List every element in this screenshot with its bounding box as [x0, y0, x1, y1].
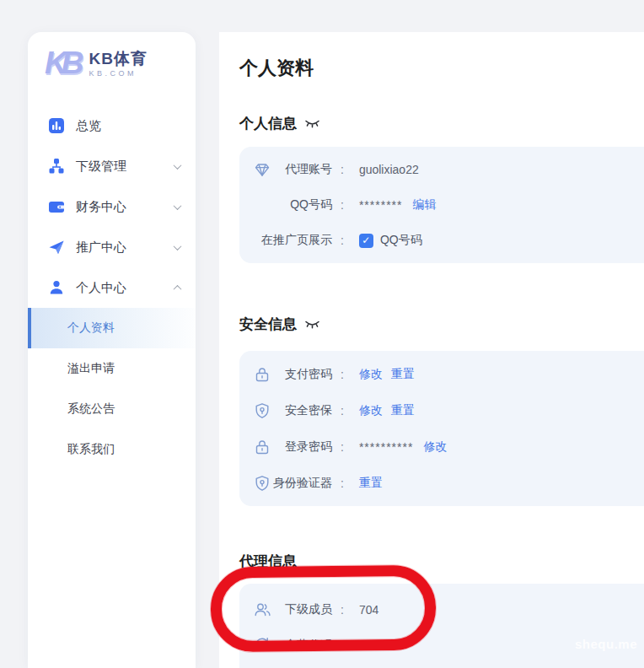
- page-title: 个人资料: [239, 56, 644, 81]
- row-security-question: 安全密保 : 修改 重置: [239, 392, 644, 428]
- sidebar-subitem-system-announcement[interactable]: 系统公告: [28, 389, 196, 429]
- row-authenticator: 身份验证器 : 重置: [239, 465, 644, 501]
- row-label: 在推广页展示: [253, 233, 332, 248]
- brand-subtitle: KB.COM: [89, 69, 147, 78]
- row-label: 支付密码: [253, 367, 332, 382]
- sidebar-item-finance[interactable]: 财务中心: [28, 186, 196, 227]
- sidebar-item-subordinates[interactable]: 下级管理: [28, 146, 196, 186]
- section-heading-agent-info: 代理信息: [239, 552, 644, 572]
- section-heading-personal-info: 个人信息: [239, 112, 644, 135]
- brand-title: KB体育: [89, 50, 147, 67]
- bar-chart-icon: [48, 117, 65, 134]
- security-info-card: 支付密码 : 修改 重置 安全密保 : 修改 重置 登录密码 : *******…: [239, 351, 644, 506]
- sidebar-item-personal-center[interactable]: 个人中心: [28, 267, 196, 308]
- login-password-masked: **********: [359, 440, 413, 454]
- sidebar-subitem-label: 个人资料: [67, 321, 115, 336]
- checkbox-label: QQ号码: [380, 233, 422, 248]
- sidebar-subitem-label: 溢出申请: [67, 361, 115, 376]
- eye-closed-icon[interactable]: [304, 115, 320, 135]
- subordinate-members-value: 704: [359, 603, 378, 617]
- kb-logo-mark: KB: [45, 46, 84, 80]
- sidebar-subitem-contact-us[interactable]: 联系我们: [28, 429, 196, 470]
- row-subordinate-members: 下级成员 : 704: [239, 592, 644, 628]
- agent-account-value: guolixiao22: [359, 163, 419, 176]
- reset-security-question-link[interactable]: 重置: [391, 403, 415, 418]
- modify-security-question-link[interactable]: 修改: [359, 403, 383, 418]
- user-icon: [48, 279, 65, 296]
- main-content: 个人资料 个人信息 代理账号 : guolixiao22 QQ号码 : ****…: [219, 32, 644, 668]
- sidebar-item-label: 推广中心: [76, 240, 164, 256]
- sidebar-item-label: 下级管理: [76, 159, 164, 175]
- row-label: QQ号码: [253, 197, 332, 213]
- qq-number-masked: ********: [359, 198, 403, 212]
- sidebar-subitem-profile[interactable]: 个人资料: [28, 308, 196, 348]
- section-heading-security-info: 安全信息: [239, 313, 644, 336]
- affiliate-code-value: 3319198: [359, 638, 405, 652]
- reset-payment-password-link[interactable]: 重置: [391, 367, 415, 382]
- reset-authenticator-link[interactable]: 重置: [359, 476, 383, 491]
- chevron-up-icon: [174, 284, 182, 293]
- sidebar-item-label: 财务中心: [76, 199, 164, 215]
- row-label: 合营代码: [253, 638, 332, 653]
- row-affiliate-code: 合营代码 : 3319198: [239, 628, 644, 663]
- sidebar-nav: 总览 下级管理 财务中心 推广中心 个: [28, 105, 196, 470]
- row-payment-password: 支付密码 : 修改 重置: [239, 356, 644, 392]
- row-label: 登录密码: [253, 439, 332, 455]
- brand-logo: KB KB体育 KB.COM: [28, 32, 196, 80]
- row-qq-number: QQ号码 : ******** 编辑: [239, 187, 644, 223]
- personal-info-card: 代理账号 : guolixiao22 QQ号码 : ******** 编辑 在推…: [239, 147, 644, 263]
- agent-info-card: 下级成员 : 704 合营代码 : 3319198: [239, 584, 644, 668]
- wallet-icon: [48, 198, 65, 215]
- hierarchy-icon: [48, 158, 65, 175]
- sidebar-subitem-label: 系统公告: [67, 401, 115, 417]
- eye-closed-icon[interactable]: [304, 315, 320, 336]
- edit-qq-link[interactable]: 编辑: [412, 197, 436, 213]
- sidebar: KB KB体育 KB.COM 总览 下级管理 财务中心: [28, 32, 196, 668]
- paper-plane-icon: [48, 239, 65, 256]
- modify-login-password-link[interactable]: 修改: [423, 439, 447, 455]
- row-label: 安全密保: [253, 403, 332, 418]
- row-agent-account: 代理账号 : guolixiao22: [239, 152, 644, 187]
- chevron-down-icon: [174, 161, 182, 170]
- chevron-down-icon: [174, 242, 182, 250]
- sidebar-item-label: 总览: [76, 118, 180, 134]
- sidebar-item-promotion[interactable]: 推广中心: [28, 227, 196, 267]
- modify-payment-password-link[interactable]: 修改: [359, 367, 383, 382]
- row-login-password: 登录密码 : ********** 修改: [239, 428, 644, 465]
- qq-display-checkbox[interactable]: ✓: [359, 234, 373, 248]
- row-label: 身份验证器: [253, 476, 332, 491]
- row-label: 代理账号: [253, 162, 332, 177]
- sidebar-item-label: 个人中心: [76, 280, 164, 296]
- sidebar-subitem-overflow-request[interactable]: 溢出申请: [28, 348, 196, 389]
- sidebar-subitem-label: 联系我们: [67, 442, 115, 457]
- row-promo-display: 在推广页展示 : ✓ QQ号码: [239, 223, 644, 258]
- sidebar-item-overview[interactable]: 总览: [28, 105, 196, 146]
- row-label: 下级成员: [253, 602, 332, 617]
- chevron-down-icon: [174, 202, 182, 210]
